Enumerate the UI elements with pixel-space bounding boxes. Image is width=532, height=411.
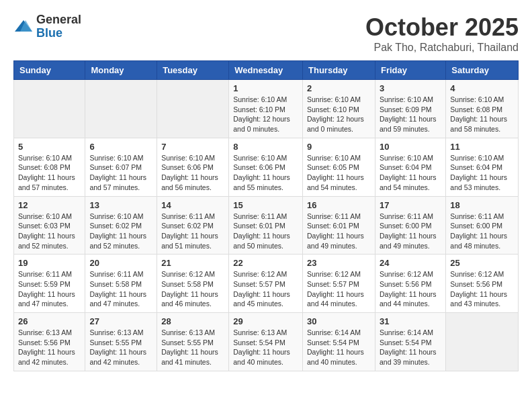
calendar-cell: 21Sunrise: 6:12 AM Sunset: 5:58 PM Dayli…	[157, 255, 229, 313]
day-number: 8	[233, 142, 298, 152]
weekday-header: Wednesday	[229, 61, 303, 80]
day-info: Sunrise: 6:11 AM Sunset: 6:01 PM Dayligh…	[233, 212, 298, 251]
weekday-header-row: SundayMondayTuesdayWednesdayThursdayFrid…	[14, 61, 519, 80]
day-number: 2	[307, 83, 371, 93]
day-info: Sunrise: 6:10 AM Sunset: 6:10 PM Dayligh…	[307, 95, 371, 134]
day-number: 12	[18, 200, 81, 210]
day-info: Sunrise: 6:10 AM Sunset: 6:09 PM Dayligh…	[380, 95, 441, 134]
day-info: Sunrise: 6:13 AM Sunset: 5:55 PM Dayligh…	[89, 328, 152, 367]
day-number: 7	[161, 142, 224, 152]
calendar-cell: 30Sunrise: 6:14 AM Sunset: 5:54 PM Dayli…	[303, 313, 375, 371]
day-info: Sunrise: 6:10 AM Sunset: 6:08 PM Dayligh…	[18, 153, 81, 193]
logo-icon	[13, 17, 34, 37]
month-title: October 2025	[365, 13, 519, 42]
calendar-cell: 4Sunrise: 6:10 AM Sunset: 6:08 PM Daylig…	[446, 80, 519, 138]
day-info: Sunrise: 6:12 AM Sunset: 5:56 PM Dayligh…	[450, 269, 514, 309]
day-number: 27	[89, 316, 152, 326]
day-number: 1	[233, 83, 298, 93]
title-block: October 2025 Pak Tho, Ratchaburi, Thaila…	[365, 13, 519, 54]
day-info: Sunrise: 6:10 AM Sunset: 6:04 PM Dayligh…	[450, 153, 514, 193]
day-number: 3	[380, 83, 441, 93]
calendar-cell: 20Sunrise: 6:11 AM Sunset: 5:58 PM Dayli…	[85, 255, 157, 313]
day-info: Sunrise: 6:10 AM Sunset: 6:07 PM Dayligh…	[89, 153, 152, 193]
weekday-header: Tuesday	[157, 61, 229, 80]
calendar-week-row: 12Sunrise: 6:10 AM Sunset: 6:03 PM Dayli…	[14, 196, 519, 255]
calendar-cell	[446, 313, 519, 371]
calendar-cell: 7Sunrise: 6:10 AM Sunset: 6:06 PM Daylig…	[157, 138, 229, 196]
calendar-week-row: 26Sunrise: 6:13 AM Sunset: 5:56 PM Dayli…	[14, 313, 519, 371]
day-info: Sunrise: 6:10 AM Sunset: 6:02 PM Dayligh…	[89, 212, 152, 251]
calendar-week-row: 1Sunrise: 6:10 AM Sunset: 6:10 PM Daylig…	[14, 80, 519, 138]
day-number: 24	[380, 258, 441, 268]
day-number: 22	[233, 258, 298, 268]
calendar-cell: 31Sunrise: 6:14 AM Sunset: 5:54 PM Dayli…	[375, 313, 445, 371]
day-info: Sunrise: 6:11 AM Sunset: 6:02 PM Dayligh…	[161, 212, 224, 251]
day-number: 5	[18, 142, 81, 152]
day-info: Sunrise: 6:11 AM Sunset: 5:59 PM Dayligh…	[18, 269, 81, 309]
logo-blue-text: Blue	[36, 27, 81, 40]
weekday-header: Sunday	[14, 61, 85, 80]
calendar-cell: 17Sunrise: 6:11 AM Sunset: 6:00 PM Dayli…	[375, 196, 445, 255]
calendar-cell: 5Sunrise: 6:10 AM Sunset: 6:08 PM Daylig…	[14, 138, 85, 196]
calendar-cell: 22Sunrise: 6:12 AM Sunset: 5:57 PM Dayli…	[229, 255, 303, 313]
page-header: General Blue October 2025 Pak Tho, Ratch…	[13, 13, 519, 54]
day-number: 28	[161, 316, 224, 326]
day-number: 23	[307, 258, 371, 268]
day-number: 6	[89, 142, 152, 152]
day-number: 4	[450, 83, 514, 93]
day-info: Sunrise: 6:10 AM Sunset: 6:10 PM Dayligh…	[233, 95, 298, 134]
day-info: Sunrise: 6:11 AM Sunset: 6:00 PM Dayligh…	[450, 212, 514, 251]
calendar-cell: 14Sunrise: 6:11 AM Sunset: 6:02 PM Dayli…	[157, 196, 229, 255]
day-info: Sunrise: 6:10 AM Sunset: 6:06 PM Dayligh…	[161, 153, 224, 193]
calendar-cell	[157, 80, 229, 138]
calendar-cell: 19Sunrise: 6:11 AM Sunset: 5:59 PM Dayli…	[14, 255, 85, 313]
day-number: 29	[233, 316, 298, 326]
day-number: 31	[380, 316, 441, 326]
day-info: Sunrise: 6:10 AM Sunset: 6:05 PM Dayligh…	[307, 153, 371, 193]
calendar-cell: 6Sunrise: 6:10 AM Sunset: 6:07 PM Daylig…	[85, 138, 157, 196]
calendar-cell: 16Sunrise: 6:11 AM Sunset: 6:01 PM Dayli…	[303, 196, 375, 255]
day-number: 25	[450, 258, 514, 268]
weekday-header: Monday	[85, 61, 157, 80]
calendar-table: SundayMondayTuesdayWednesdayThursdayFrid…	[13, 60, 519, 371]
calendar-cell: 28Sunrise: 6:13 AM Sunset: 5:55 PM Dayli…	[157, 313, 229, 371]
calendar-cell: 26Sunrise: 6:13 AM Sunset: 5:56 PM Dayli…	[14, 313, 85, 371]
calendar-cell: 3Sunrise: 6:10 AM Sunset: 6:09 PM Daylig…	[375, 80, 445, 138]
day-number: 15	[233, 200, 298, 210]
day-info: Sunrise: 6:10 AM Sunset: 6:06 PM Dayligh…	[233, 153, 298, 193]
day-info: Sunrise: 6:12 AM Sunset: 5:56 PM Dayligh…	[380, 269, 441, 309]
day-number: 9	[307, 142, 371, 152]
calendar-cell: 11Sunrise: 6:10 AM Sunset: 6:04 PM Dayli…	[446, 138, 519, 196]
day-info: Sunrise: 6:11 AM Sunset: 6:01 PM Dayligh…	[307, 212, 371, 251]
day-info: Sunrise: 6:10 AM Sunset: 6:03 PM Dayligh…	[18, 212, 81, 251]
logo-general-text: General	[36, 13, 81, 27]
day-info: Sunrise: 6:10 AM Sunset: 6:04 PM Dayligh…	[380, 153, 441, 193]
day-info: Sunrise: 6:14 AM Sunset: 5:54 PM Dayligh…	[380, 328, 441, 367]
day-info: Sunrise: 6:13 AM Sunset: 5:54 PM Dayligh…	[233, 328, 298, 367]
calendar-cell: 15Sunrise: 6:11 AM Sunset: 6:01 PM Dayli…	[229, 196, 303, 255]
day-number: 14	[161, 200, 224, 210]
calendar-cell	[14, 80, 85, 138]
day-info: Sunrise: 6:10 AM Sunset: 6:08 PM Dayligh…	[450, 95, 514, 134]
day-number: 10	[380, 142, 441, 152]
day-number: 18	[450, 200, 514, 210]
day-number: 26	[18, 316, 81, 326]
calendar-week-row: 19Sunrise: 6:11 AM Sunset: 5:59 PM Dayli…	[14, 255, 519, 313]
calendar-cell: 29Sunrise: 6:13 AM Sunset: 5:54 PM Dayli…	[229, 313, 303, 371]
day-number: 11	[450, 142, 514, 152]
location-text: Pak Tho, Ratchaburi, Thailand	[365, 42, 519, 54]
calendar-cell: 2Sunrise: 6:10 AM Sunset: 6:10 PM Daylig…	[303, 80, 375, 138]
calendar-cell: 8Sunrise: 6:10 AM Sunset: 6:06 PM Daylig…	[229, 138, 303, 196]
weekday-header: Thursday	[303, 61, 375, 80]
calendar-cell: 25Sunrise: 6:12 AM Sunset: 5:56 PM Dayli…	[446, 255, 519, 313]
day-info: Sunrise: 6:13 AM Sunset: 5:55 PM Dayligh…	[161, 328, 224, 367]
calendar-cell: 24Sunrise: 6:12 AM Sunset: 5:56 PM Dayli…	[375, 255, 445, 313]
calendar-cell: 18Sunrise: 6:11 AM Sunset: 6:00 PM Dayli…	[446, 196, 519, 255]
calendar-cell: 13Sunrise: 6:10 AM Sunset: 6:02 PM Dayli…	[85, 196, 157, 255]
day-info: Sunrise: 6:12 AM Sunset: 5:58 PM Dayligh…	[161, 269, 224, 309]
day-number: 30	[307, 316, 371, 326]
calendar-cell: 12Sunrise: 6:10 AM Sunset: 6:03 PM Dayli…	[14, 196, 85, 255]
day-number: 20	[89, 258, 152, 268]
day-number: 21	[161, 258, 224, 268]
day-info: Sunrise: 6:14 AM Sunset: 5:54 PM Dayligh…	[307, 328, 371, 367]
